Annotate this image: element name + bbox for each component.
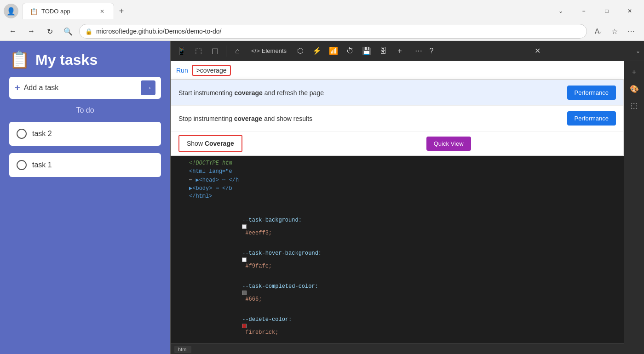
devtools-panel-icon[interactable]: ◫ bbox=[207, 44, 222, 58]
lock-icon: 🔒 bbox=[85, 28, 92, 35]
add-task-plus-icon: + bbox=[15, 83, 20, 93]
maximize-button[interactable]: □ bbox=[596, 4, 617, 18]
minimize-button[interactable]: − bbox=[573, 4, 594, 18]
code-spacer bbox=[171, 201, 624, 210]
color-swatch bbox=[242, 291, 247, 295]
address-bar: ← → ↻ 🔍 🔒 microsoftedge.github.io/Demos/… bbox=[0, 22, 644, 40]
main-area: 📋 My tasks + Add a task → To do task 2 t… bbox=[0, 41, 644, 354]
elements-icon: </> bbox=[251, 47, 260, 54]
tab-close-button[interactable]: ✕ bbox=[98, 7, 106, 16]
dropdown-row-stop-text: Stop instrumenting coverage and show res… bbox=[178, 115, 562, 122]
dropdown-row-start[interactable]: Start instrumenting coverage and refresh… bbox=[171, 80, 623, 106]
more-button[interactable]: ⋯ bbox=[624, 24, 638, 39]
status-bar: html bbox=[171, 343, 624, 354]
coverage-dropdown: Start instrumenting coverage and refresh… bbox=[171, 80, 624, 156]
close-button[interactable]: ✕ bbox=[619, 4, 640, 18]
devtools-console-icon[interactable]: ⬡ bbox=[293, 44, 308, 58]
performance-button-1[interactable]: Performance bbox=[567, 86, 616, 100]
devtools-performance-icon[interactable]: ⏱ bbox=[343, 44, 357, 58]
devtools-inspect-icon[interactable]: ⬚ bbox=[191, 44, 206, 58]
show-coverage-button[interactable]: Show Coverage bbox=[178, 135, 242, 152]
window-chevron-button[interactable]: ⌄ bbox=[550, 4, 571, 18]
code-line: ▶<body> ⋯ </b bbox=[171, 184, 624, 193]
devtools-panel: 📱 ⬚ ◫ ⌂ </> Elements ⬡ ⚡ 📶 ⏱ 💾 🗄 + ⋯ ? ✕… bbox=[170, 41, 644, 354]
dropdown-row-start-text: Start instrumenting coverage and refresh… bbox=[178, 89, 562, 97]
tab-title: TODO app bbox=[41, 8, 94, 15]
dropdown-row-stop[interactable]: Stop instrumenting coverage and show res… bbox=[171, 106, 623, 131]
html-badge[interactable]: html bbox=[174, 346, 191, 353]
todo-header: 📋 My tasks bbox=[9, 50, 161, 69]
task-item-2[interactable]: task 1 bbox=[9, 153, 161, 177]
toolbar-separator-2 bbox=[411, 46, 411, 57]
quick-view-button[interactable]: Quick View bbox=[426, 137, 471, 151]
dropdown-row-show-coverage: Show Coverage Quick View bbox=[171, 131, 623, 155]
devtools-right-sidebar: + 🎨 ⬚ bbox=[624, 61, 644, 354]
tab-elements[interactable]: </> Elements bbox=[247, 44, 291, 58]
address-input[interactable]: 🔒 microsoftedge.github.io/Demos/demo-to-… bbox=[79, 24, 587, 39]
devtools-memory-icon[interactable]: 💾 bbox=[359, 44, 374, 58]
devtools-layout: Run >coverage Start instrumenting covera… bbox=[171, 61, 644, 354]
task-checkbox-2[interactable] bbox=[17, 160, 27, 170]
active-tab[interactable]: 📋 TODO app ✕ bbox=[22, 3, 114, 19]
todo-section-label: To do bbox=[9, 106, 161, 114]
add-task-text: Add a task bbox=[24, 84, 137, 92]
todo-icon: 📋 bbox=[9, 50, 30, 69]
window-controls: ⌄ − □ ✕ bbox=[550, 4, 640, 18]
forward-button[interactable]: → bbox=[24, 24, 39, 39]
search-button[interactable]: 🔍 bbox=[61, 24, 75, 39]
profile-avatar[interactable]: 👤 bbox=[4, 4, 18, 18]
task-name-1: task 2 bbox=[32, 130, 52, 138]
todo-title: My tasks bbox=[35, 51, 98, 69]
tab-bar: 📋 TODO app ✕ + bbox=[22, 3, 546, 19]
favorites-button[interactable]: ☆ bbox=[607, 24, 622, 39]
css-line-close-1: } bbox=[171, 343, 624, 343]
code-line: <!DOCTYPE htm bbox=[171, 160, 624, 168]
new-tab-button[interactable]: + bbox=[114, 4, 129, 18]
code-panel: <!DOCTYPE htm <html lang="e ⋯ ▶<head> ⋯ … bbox=[171, 156, 624, 343]
color-swatch bbox=[242, 257, 247, 262]
code-line: <html lang="e bbox=[171, 168, 624, 176]
task-item-1[interactable]: task 2 bbox=[9, 122, 161, 146]
toolbar-separator-1 bbox=[226, 46, 226, 57]
code-line: </html> bbox=[171, 193, 624, 201]
performance-button-2[interactable]: Performance bbox=[567, 111, 616, 126]
back-button[interactable]: ← bbox=[6, 24, 20, 39]
css-line-4: --delete-color: firebrick; bbox=[171, 309, 624, 343]
task-name-2: task 1 bbox=[32, 161, 52, 169]
color-picker-icon[interactable]: 🎨 bbox=[627, 81, 642, 96]
add-panel-icon[interactable]: + bbox=[627, 65, 642, 80]
devtools-close-button[interactable]: ✕ bbox=[530, 44, 545, 58]
run-bar: Run >coverage bbox=[171, 61, 624, 80]
devtools-home-icon[interactable]: ⌂ bbox=[230, 44, 245, 58]
color-swatch bbox=[242, 224, 247, 229]
todo-panel: 📋 My tasks + Add a task → To do task 2 t… bbox=[0, 41, 170, 354]
refresh-button[interactable]: ↻ bbox=[42, 24, 57, 39]
code-line: ⋯ ▶<head> ⋯ </h bbox=[171, 176, 624, 184]
coverage-badge[interactable]: >coverage bbox=[192, 65, 231, 76]
screenshot-icon[interactable]: ⬚ bbox=[627, 98, 642, 113]
title-bar: 👤 📋 TODO app ✕ + ⌄ − □ ✕ bbox=[0, 0, 644, 22]
devtools-application-icon[interactable]: 🗄 bbox=[376, 44, 391, 58]
add-task-submit-button[interactable]: → bbox=[141, 80, 155, 95]
devtools-help-button[interactable]: ? bbox=[424, 44, 439, 58]
chevron-down-icon[interactable]: ⌄ bbox=[636, 48, 640, 54]
read-mode-button[interactable]: Aᵣ bbox=[591, 24, 605, 39]
add-task-bar[interactable]: + Add a task → bbox=[9, 77, 161, 99]
devtools-toolbar: 📱 ⬚ ◫ ⌂ </> Elements ⬡ ⚡ 📶 ⏱ 💾 🗄 + ⋯ ? ✕… bbox=[171, 41, 644, 61]
color-swatch bbox=[242, 324, 247, 328]
run-label[interactable]: Run bbox=[176, 67, 188, 74]
devtools-sources-icon[interactable]: ⚡ bbox=[310, 44, 324, 58]
css-line-1: --task-background: #eeeff3; bbox=[171, 210, 624, 243]
devtools-network-icon[interactable]: 📶 bbox=[326, 44, 341, 58]
css-line-3: --task-completed-color: #666; bbox=[171, 276, 624, 309]
tab-favicon: 📋 bbox=[30, 8, 38, 15]
devtools-more-tabs-button[interactable]: + bbox=[392, 44, 407, 58]
address-actions: Aᵣ ☆ ⋯ bbox=[591, 24, 638, 39]
css-line-2: --task-hover-background: #f9fafe; bbox=[171, 243, 624, 276]
devtools-main: Run >coverage Start instrumenting covera… bbox=[171, 61, 624, 354]
devtools-device-icon[interactable]: 📱 bbox=[174, 44, 189, 58]
devtools-overflow-menu[interactable]: ⋯ bbox=[415, 46, 422, 55]
address-text: microsoftedge.github.io/Demos/demo-to-do… bbox=[96, 28, 581, 35]
task-checkbox-1[interactable] bbox=[17, 129, 27, 139]
code-content[interactable]: <!DOCTYPE htm <html lang="e ⋯ ▶<head> ⋯ … bbox=[171, 156, 624, 343]
